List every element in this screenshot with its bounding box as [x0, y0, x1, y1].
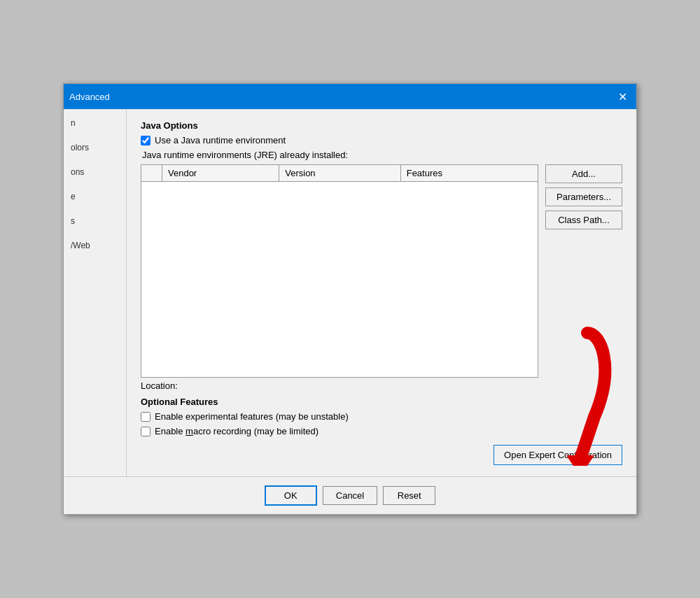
expert-config-button[interactable]: Open Expert Configuration [493, 445, 622, 465]
jre-table: Vendor Version Features [141, 164, 538, 182]
close-button[interactable]: ✕ [614, 88, 631, 105]
macro-checkbox[interactable] [141, 427, 150, 436]
use-jre-label: Use a Java runtime environment [155, 135, 286, 145]
experimental-checkbox[interactable] [141, 412, 150, 422]
jre-area: Vendor Version Features Add... [141, 164, 622, 378]
optional-features-section: Optional Features Enable experimental fe… [141, 397, 622, 436]
ok-button[interactable]: OK [265, 485, 317, 506]
content-and-expert: Java Options Use a Java runtime environm… [141, 120, 622, 465]
java-options-section: Java Options Use a Java runtime environm… [141, 120, 622, 391]
parameters-button[interactable]: Parameters... [545, 187, 622, 206]
sidebar-item-2[interactable]: olors [67, 141, 122, 155]
use-jre-row: Use a Java runtime environment [141, 135, 622, 145]
main-content: Java Options Use a Java runtime environm… [127, 109, 636, 476]
dialog-footer: OK Cancel Reset [64, 476, 636, 514]
advanced-dialog: Advanced ✕ n olors ons e s /Web Java Opt… [63, 83, 637, 515]
location-label: Location: [141, 380, 178, 391]
sidebar-item-6[interactable]: /Web [67, 239, 122, 252]
macro-row: Enable macro recording (may be limited) [141, 426, 622, 436]
location-row: Location: [141, 380, 622, 391]
jre-installed-label: Java runtime environments (JRE) already … [142, 150, 622, 160]
title-bar: Advanced ✕ [64, 84, 636, 109]
experimental-label: Enable experimental features (may be uns… [155, 411, 349, 422]
reset-button[interactable]: Reset [383, 486, 435, 505]
jre-table-container: Vendor Version Features [141, 164, 538, 378]
col-vendor-header: Vendor [162, 165, 279, 182]
experimental-row: Enable experimental features (may be uns… [141, 411, 622, 422]
window-body: n olors ons e s /Web Java Options Use a … [64, 109, 636, 476]
sidebar-item-5[interactable]: s [67, 214, 122, 228]
optional-checkboxes: Enable experimental features (may be uns… [141, 411, 622, 436]
sidebar-item-4[interactable]: e [67, 190, 122, 204]
expert-section: Open Expert Configuration [141, 445, 622, 465]
add-button[interactable]: Add... [545, 164, 622, 183]
java-options-title: Java Options [141, 120, 622, 131]
cancel-button[interactable]: Cancel [323, 486, 377, 505]
col-version-header: Version [279, 165, 400, 182]
window-title: Advanced [69, 92, 110, 102]
sidebar: n olors ons e s /Web [64, 109, 127, 476]
sidebar-item-1[interactable]: n [67, 116, 122, 130]
jre-table-body [141, 182, 538, 378]
col-checkbox-header [141, 165, 162, 182]
macro-label: Enable macro recording (may be limited) [155, 426, 318, 436]
jre-buttons: Add... Parameters... Class Path... [545, 164, 622, 229]
use-jre-checkbox[interactable] [141, 136, 150, 145]
macro-underline: m [186, 426, 193, 436]
optional-features-title: Optional Features [141, 397, 622, 407]
class-path-button[interactable]: Class Path... [545, 211, 622, 229]
sidebar-item-3[interactable]: ons [67, 165, 122, 179]
col-features-header: Features [400, 165, 538, 182]
